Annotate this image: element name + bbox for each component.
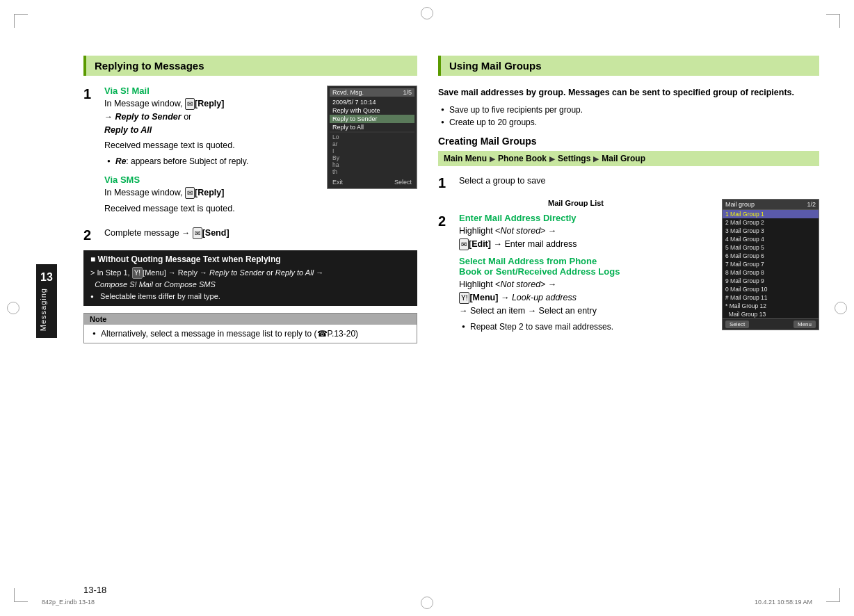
right-bullets: Save up to five recipients per group. Cr…: [441, 104, 819, 129]
corner-mark-tl: [14, 14, 28, 28]
mailgroup-row-1: 1 Mail Group 1: [723, 210, 819, 218]
side-tab: 13 Messaging: [36, 264, 57, 338]
note-bullet: Alternatively, select a message in messa…: [92, 327, 411, 340]
breadcrumb-item-4: Mail Group: [602, 154, 645, 163]
footer-right: 10.4.21 10:58:19 AM: [755, 599, 812, 606]
breadcrumb-item-3: Settings: [558, 154, 590, 163]
breadcrumb-arrow-1: ▶: [490, 155, 495, 163]
right-step-2: 2 Enter Mail Address Directly Highlight …: [438, 213, 714, 333]
screenshot-row-date: 2009/5/ 7 10:14: [330, 98, 414, 106]
right-step2-title2: Select Mail Address from PhoneBook or Se…: [459, 256, 714, 277]
reply-key: ✉: [185, 98, 195, 110]
right-step2-text2: Highlight <Not stored> → Y![Menu] → Look…: [459, 278, 714, 317]
edit-key: ✉: [459, 238, 469, 250]
sms-reply-key: ✉: [185, 187, 195, 199]
step1-text1: In Message window, ✉[Reply] → Reply to S…: [104, 97, 320, 136]
step-2: 2 Complete message → ✉[Send]: [83, 227, 417, 243]
sub-section-title: Creating Mail Groups: [438, 136, 819, 147]
mailgroup-row-8: 8 Mail Group 8: [723, 268, 819, 277]
mailgroup-row-2: 2 Mail Group 2: [723, 218, 819, 227]
mailgroup-row-12: * Mail Group 12: [723, 302, 819, 310]
screenshot-body: Lo ar I By ha th: [330, 133, 414, 176]
bottom-circle: [421, 597, 433, 609]
side-tab-label: Messaging: [39, 288, 47, 331]
left-column: Replying to Messages Rcvd. Msg. 1/5 2009…: [83, 56, 417, 349]
screenshot-header: Rcvd. Msg. 1/5: [330, 88, 414, 97]
step-1: 1 Via S! Mail In Message window, ✉[Reply…: [83, 86, 320, 218]
mailgroup-row-10: 0 Mail Group 10: [723, 285, 819, 293]
right-step1-text: Select a group to save: [459, 175, 819, 188]
mailgroup-row-11: # Mail Group 11: [723, 293, 819, 302]
corner-mark-br: [826, 588, 840, 602]
breadcrumb-item-1: Main Menu: [444, 154, 487, 163]
corner-mark-bl: [14, 588, 28, 602]
step1-sms-text: In Message window, ✉[Reply]: [104, 186, 320, 200]
mailgroup-row-6: 6 Mail Group 6: [723, 252, 819, 260]
via-sms-title: Via SMS: [104, 175, 320, 185]
black-box-text: > In Step 1, Y![Menu] → Reply → Reply to…: [90, 267, 410, 291]
right-bullet-2: Create up to 20 groups.: [441, 116, 819, 129]
right-column: Using Mail Groups Save mail addresses by…: [438, 56, 819, 349]
mailgroup-row-5: 5 Mail Group 5: [723, 243, 819, 252]
mailgroup-select-btn[interactable]: Select: [725, 321, 749, 328]
mailgroup-row-13: Mail Group 13: [723, 310, 819, 318]
mailgroup-footer: Select Menu: [723, 318, 819, 330]
menu-key: Y!: [132, 267, 143, 279]
right-circle: [835, 302, 847, 314]
screenshot-row-reply-all: Reply to All: [330, 123, 414, 131]
mailgroup-row-4: 4 Mail Group 4: [723, 235, 819, 243]
mailgroup-row-7: 7 Mail Group 7: [723, 260, 819, 268]
black-box-title: ■ Without Quoting Message Text when Repl…: [90, 254, 410, 264]
right-intro: Save mail addresses by group. Messages c…: [438, 86, 819, 99]
right-step-1: 1 Select a group to save: [438, 175, 819, 191]
footer-left: 842p_E.indb 13-18: [42, 599, 95, 606]
step1-quoted: Received message text is quoted.: [104, 139, 320, 152]
black-box: ■ Without Quoting Message Text when Repl…: [83, 250, 417, 306]
screenshot-row-reply-quote: Reply with Quote: [330, 106, 414, 115]
top-circle: [421, 7, 433, 19]
mailgroup-row-3: 3 Mail Group 3: [723, 227, 819, 235]
page-content: Replying to Messages Rcvd. Msg. 1/5 2009…: [83, 56, 819, 574]
right-step2-title1: Enter Mail Address Directly: [459, 213, 714, 223]
bullet-re: Re: appears before Subject of reply.: [107, 155, 320, 168]
breadcrumb-arrow-2: ▶: [549, 155, 555, 163]
right-section-header: Using Mail Groups: [438, 56, 819, 76]
mailgroup-menu-btn[interactable]: Menu: [793, 321, 816, 328]
left-section-header: Replying to Messages: [83, 56, 417, 76]
black-box-bullet: Selectable items differ by mail type.: [90, 291, 410, 302]
left-circle: [7, 302, 19, 314]
breadcrumb-item-2: Phone Book: [498, 154, 547, 163]
screenshot-footer: Exit Select: [330, 178, 414, 186]
step1-bullets: Re: appears before Subject of reply.: [107, 155, 320, 168]
mailgroup-header: Mail group 1/2: [723, 200, 819, 210]
mailgroup-row-9: 9 Mail Group 9: [723, 277, 819, 285]
note-box: Note Alternatively, select a message in …: [83, 313, 417, 343]
side-tab-number: 13: [39, 271, 54, 284]
note-header: Note: [84, 314, 417, 325]
right-step2-text1: Highlight <Not stored> → ✉[Edit] → Enter…: [459, 225, 714, 251]
step1-sms-quoted: Received message text is quoted.: [104, 202, 320, 216]
right-step2-bullets: Repeat Step 2 to save mail addresses.: [462, 321, 714, 333]
send-key: ✉: [193, 227, 202, 239]
breadcrumb: Main Menu ▶ Phone Book ▶ Settings ▶ Mail…: [438, 151, 819, 166]
corner-mark-tr: [826, 14, 840, 28]
right-bullet-1: Save up to five recipients per group.: [441, 104, 819, 116]
mailgroup-screenshot: Mail group 1/2 1 Mail Group 1 2 Mail Gro…: [722, 199, 819, 330]
screenshot-row-reply-sender: Reply to Sender: [330, 115, 414, 123]
left-screenshot: Rcvd. Msg. 1/5 2009/5/ 7 10:14 Reply wit…: [327, 86, 417, 189]
step2-text: Complete message → ✉[Send]: [104, 227, 417, 240]
breadcrumb-arrow-3: ▶: [593, 155, 599, 163]
via-s-mail-title: Via S! Mail: [104, 86, 320, 96]
note-content: Alternatively, select a message in messa…: [84, 325, 417, 343]
columns: Replying to Messages Rcvd. Msg. 1/5 2009…: [83, 56, 819, 349]
page-number: 13-18: [83, 585, 106, 595]
menu-key-2: Y!: [459, 292, 469, 304]
right-step2-bullet: Repeat Step 2 to save mail addresses.: [462, 321, 714, 333]
